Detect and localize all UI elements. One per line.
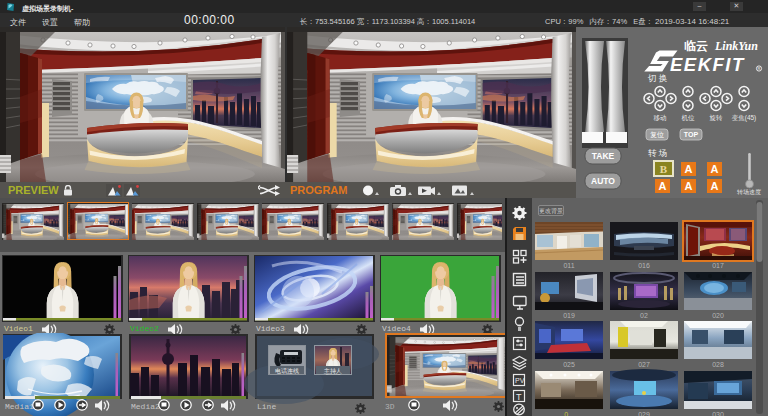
svg-text:变焦(45): 变焦(45) bbox=[732, 114, 757, 122]
svg-text:0...: 0... bbox=[564, 411, 574, 416]
svg-text:B: B bbox=[660, 163, 668, 175]
svg-text:Media2: Media2 bbox=[131, 402, 160, 411]
svg-text:02: 02 bbox=[640, 312, 648, 319]
svg-text:R: R bbox=[758, 66, 761, 71]
svg-text:027: 027 bbox=[638, 361, 650, 368]
svg-text:A: A bbox=[659, 180, 667, 192]
svg-text:3D: 3D bbox=[385, 402, 395, 411]
svg-text:Video3: Video3 bbox=[256, 324, 285, 333]
svg-text:011: 011 bbox=[563, 262, 574, 269]
svg-text:转 场: 转 场 bbox=[648, 148, 667, 158]
svg-text:移动: 移动 bbox=[654, 114, 667, 122]
svg-text:临云: 临云 bbox=[684, 39, 708, 53]
svg-text:转场速度: 转场速度 bbox=[737, 188, 761, 196]
svg-text:T: T bbox=[516, 392, 522, 402]
svg-text:TOP: TOP bbox=[684, 131, 699, 138]
svg-text:Video1: Video1 bbox=[4, 324, 33, 333]
svg-text:025: 025 bbox=[563, 361, 575, 368]
svg-text:A: A bbox=[711, 163, 719, 175]
svg-text:Video4: Video4 bbox=[382, 324, 411, 333]
svg-text:切 换: 切 换 bbox=[647, 73, 667, 83]
svg-text:TAKE: TAKE bbox=[592, 151, 615, 161]
svg-text:020: 020 bbox=[712, 312, 724, 319]
svg-text:复位: 复位 bbox=[650, 131, 664, 139]
svg-text:Video2: Video2 bbox=[130, 324, 159, 333]
svg-text:PV: PV bbox=[515, 377, 525, 384]
svg-text:AUTO: AUTO bbox=[591, 176, 615, 186]
svg-text:EEKFIT: EEKFIT bbox=[670, 54, 745, 75]
svg-text:A: A bbox=[685, 163, 693, 175]
svg-text:旋转: 旋转 bbox=[710, 114, 724, 122]
svg-text:A: A bbox=[711, 180, 719, 192]
svg-text:029: 029 bbox=[638, 411, 650, 416]
svg-text:机位: 机位 bbox=[682, 114, 696, 121]
svg-text:030: 030 bbox=[712, 411, 724, 416]
svg-text:019: 019 bbox=[563, 312, 575, 319]
svg-text:016: 016 bbox=[638, 262, 650, 269]
svg-text:017: 017 bbox=[712, 262, 724, 269]
svg-text:电话连线: 电话连线 bbox=[275, 368, 299, 375]
svg-text:Line: Line bbox=[257, 402, 276, 411]
svg-text:Media1: Media1 bbox=[5, 402, 34, 411]
svg-text:主持人: 主持人 bbox=[324, 367, 342, 375]
svg-text:LinkYun: LinkYun bbox=[714, 39, 758, 53]
svg-text:028: 028 bbox=[712, 361, 724, 368]
svg-text:A: A bbox=[685, 180, 693, 192]
